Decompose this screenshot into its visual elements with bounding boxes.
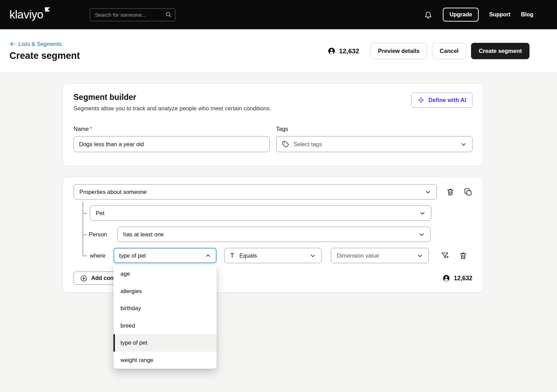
breadcrumb-label: Lists & Segments bbox=[18, 41, 62, 47]
dropdown-option-birthday[interactable]: birthday bbox=[113, 300, 217, 317]
dimension-select-value: type of pet bbox=[119, 252, 205, 259]
back-arrow-icon bbox=[9, 41, 16, 47]
tags-select-placeholder: Select tags bbox=[293, 141, 461, 148]
profiles-icon bbox=[328, 47, 336, 55]
dimension-value-select[interactable]: Dimension value bbox=[331, 248, 429, 263]
segment-builder-card: Segment builder Segments allow you to tr… bbox=[63, 84, 483, 166]
klaviyo-flag-icon bbox=[45, 7, 50, 11]
page-title: Create segment bbox=[9, 50, 80, 61]
tree-connector-stub bbox=[83, 213, 87, 214]
segment-builder-subtitle: Segments allow you to track and analyze … bbox=[73, 105, 271, 112]
delete-rule-button[interactable] bbox=[459, 251, 468, 260]
chevron-down-icon bbox=[425, 189, 431, 195]
profile-count-value: 12,632 bbox=[339, 47, 359, 55]
page-header: Lists & Segments Create segment 12,632 P… bbox=[0, 29, 557, 73]
delete-condition-button[interactable] bbox=[446, 188, 455, 196]
define-with-ai-label: Define with AI bbox=[429, 97, 466, 103]
name-label: Name* bbox=[73, 126, 270, 132]
tags-field: Tags Select tags bbox=[276, 126, 472, 152]
quantifier-select-value: has at least one bbox=[123, 231, 419, 238]
filter-funnel-icon bbox=[441, 251, 449, 260]
chevron-up-icon bbox=[205, 253, 211, 259]
condition-type-value: Properties about someone bbox=[79, 189, 425, 195]
condition-profile-count: 12,632 bbox=[442, 274, 472, 282]
tree-connector-stub bbox=[83, 234, 87, 235]
person-label: Person bbox=[89, 231, 111, 238]
breadcrumb-lists-segments[interactable]: Lists & Segments bbox=[9, 41, 80, 47]
duplicate-condition-button[interactable] bbox=[464, 188, 472, 196]
chevron-down-icon bbox=[461, 141, 466, 147]
property-select-value: Pet bbox=[96, 210, 419, 217]
condition-card: Properties about someone bbox=[63, 177, 483, 293]
operator-select-value: Equals bbox=[240, 252, 310, 259]
profile-count: 12,632 bbox=[328, 47, 359, 55]
notifications-bell-icon[interactable] bbox=[424, 10, 432, 19]
tag-icon bbox=[282, 141, 289, 148]
tags-label: Tags bbox=[276, 126, 472, 132]
tree-connector-stub bbox=[83, 256, 87, 256]
segment-builder-title: Segment builder bbox=[73, 93, 271, 102]
search-input[interactable] bbox=[90, 8, 175, 21]
chevron-down-icon bbox=[417, 253, 423, 259]
property-select[interactable]: Pet bbox=[90, 205, 431, 221]
copy-icon bbox=[464, 188, 472, 196]
trash-icon bbox=[446, 188, 455, 196]
operator-select[interactable]: T Equals bbox=[224, 248, 322, 263]
trash-icon bbox=[459, 251, 468, 260]
condition-type-select[interactable]: Properties about someone bbox=[73, 184, 437, 199]
name-field: Name* bbox=[73, 126, 270, 152]
where-label: where bbox=[90, 252, 113, 259]
profiles-icon bbox=[442, 274, 450, 282]
create-segment-button[interactable]: Create segment bbox=[471, 43, 529, 59]
required-asterisk: * bbox=[90, 126, 92, 132]
quantifier-select[interactable]: has at least one bbox=[117, 227, 431, 242]
dropdown-option-age[interactable]: age bbox=[113, 265, 217, 283]
preview-details-button[interactable]: Preview details bbox=[370, 43, 427, 59]
dropdown-option-allergies[interactable]: allergies bbox=[113, 283, 217, 300]
dropdown-option-breed[interactable]: breed bbox=[113, 317, 217, 335]
chevron-down-icon bbox=[310, 253, 316, 259]
cancel-button[interactable]: Cancel bbox=[432, 43, 466, 59]
chevron-down-icon bbox=[419, 232, 425, 237]
tags-select[interactable]: Select tags bbox=[276, 136, 472, 152]
search-icon bbox=[165, 11, 172, 18]
segment-name-input[interactable] bbox=[73, 136, 270, 152]
text-type-icon: T bbox=[230, 252, 234, 259]
top-nav: klaviyo Upgrade Support Blog bbox=[0, 0, 557, 29]
klaviyo-logo[interactable]: klaviyo bbox=[9, 8, 51, 21]
sparkle-icon bbox=[417, 96, 425, 104]
chevron-down-icon bbox=[419, 210, 425, 216]
nav-support-link[interactable]: Support bbox=[489, 11, 510, 18]
define-with-ai-button[interactable]: Define with AI bbox=[411, 93, 472, 108]
upgrade-button[interactable]: Upgrade bbox=[443, 8, 479, 22]
dimension-dropdown-menu: age allergies birthday breed type of pet… bbox=[113, 265, 217, 369]
plus-circle-icon bbox=[80, 275, 87, 282]
dropdown-option-weight-range[interactable]: weight range bbox=[113, 352, 217, 369]
condition-profile-count-value: 12,632 bbox=[454, 275, 472, 282]
search-box bbox=[90, 8, 175, 21]
tree-connector-line bbox=[83, 202, 83, 256]
main-content: Segment builder Segments allow you to tr… bbox=[0, 73, 557, 293]
nav-blog-link[interactable]: Blog bbox=[521, 11, 533, 18]
dimension-select[interactable]: type of pet bbox=[113, 248, 217, 263]
dropdown-option-type-of-pet[interactable]: type of pet bbox=[113, 334, 217, 352]
dimension-value-placeholder: Dimension value bbox=[337, 252, 417, 259]
klaviyo-wordmark: klaviyo bbox=[9, 8, 43, 21]
filter-condition-button[interactable] bbox=[441, 251, 449, 260]
